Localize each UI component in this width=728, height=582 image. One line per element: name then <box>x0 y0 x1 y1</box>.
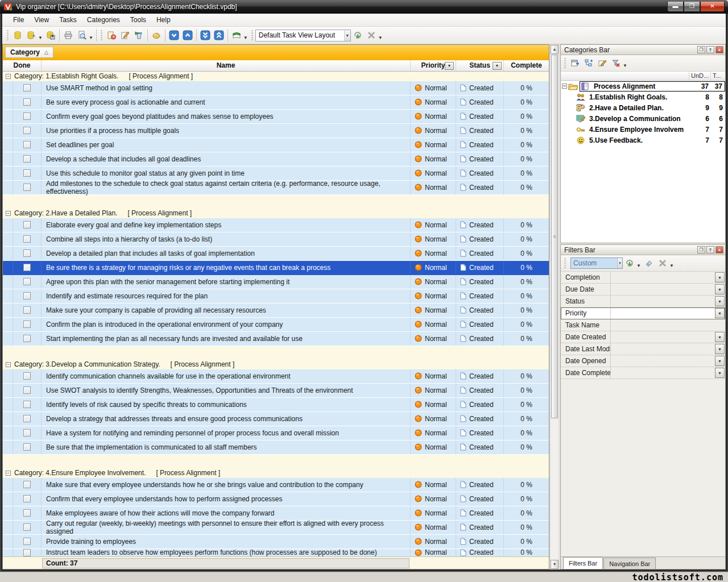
filter-preset-arrow[interactable]: ▼ <box>617 258 622 268</box>
done-checkbox[interactable] <box>23 386 31 394</box>
filter-value[interactable] <box>611 355 714 367</box>
task-name-cell[interactable]: Make sure your company is capable of pro… <box>42 304 411 317</box>
category-tree-item[interactable]: 1.Establish Right Goals. 8 8 <box>561 92 725 102</box>
task-row[interactable]: Start implementing the plan as all neces… <box>3 332 549 346</box>
collapse-icon[interactable]: − <box>6 471 11 476</box>
task-name-cell[interactable]: Set deadlines per goal <box>42 138 411 152</box>
move-bottom-icon[interactable] <box>198 28 212 42</box>
priority-cell[interactable]: Normal <box>411 369 456 383</box>
collapse-icon[interactable]: − <box>6 211 11 216</box>
category-group-header[interactable]: − Category: 3.Develop a Communication St… <box>3 360 549 369</box>
layout-combo[interactable]: Default Task View Layout ▼ <box>255 30 351 41</box>
priority-cell[interactable]: Normal <box>411 478 456 492</box>
task-name-cell[interactable]: Start implementing the plan as all neces… <box>42 332 411 346</box>
task-row[interactable]: Use this schedule to monitor goal status… <box>3 167 549 181</box>
panel-restore-icon[interactable]: ❐ <box>697 246 705 253</box>
done-checkbox[interactable] <box>23 429 31 436</box>
task-row[interactable]: Instruct team leaders to observe how emp… <box>3 549 549 556</box>
filter-dropdown-icon[interactable]: ▼ <box>715 344 725 354</box>
priority-cell[interactable]: Normal <box>411 506 456 520</box>
status-cell[interactable]: Created <box>456 440 504 454</box>
close-button[interactable]: ✕ <box>700 2 725 12</box>
menu-help[interactable]: Help <box>151 14 176 26</box>
menu-categories[interactable]: Categories <box>82 14 125 26</box>
minimize-button[interactable]: ▬ <box>667 2 684 12</box>
done-checkbox[interactable] <box>23 141 31 148</box>
task-row[interactable]: Combine all steps into a hierarchy of ta… <box>3 232 549 247</box>
done-checkbox[interactable] <box>23 235 31 243</box>
category-tree-item[interactable]: − Process Alignment3737 <box>561 81 725 92</box>
filter-dropdown-icon[interactable]: ▼ <box>715 308 725 318</box>
delete-filter-icon[interactable] <box>656 256 669 270</box>
status-cell[interactable]: Created <box>456 81 504 95</box>
status-cell[interactable]: Created <box>456 304 504 317</box>
priority-cell[interactable]: Normal <box>411 232 456 246</box>
status-cell[interactable]: Created <box>456 110 504 123</box>
priority-cell[interactable]: Normal <box>411 440 456 454</box>
filter-value[interactable] <box>611 367 714 379</box>
filter-value[interactable] <box>611 319 725 331</box>
status-cell[interactable]: Created <box>456 521 504 534</box>
status-cell[interactable]: Created <box>456 549 504 556</box>
priority-cell[interactable]: Normal <box>411 398 456 411</box>
status-cell[interactable]: Created <box>456 369 504 383</box>
done-checkbox[interactable] <box>23 127 31 134</box>
menu-tasks[interactable]: Tasks <box>54 14 82 26</box>
task-name-cell[interactable]: Combine all steps into a hierarchy of ta… <box>42 232 411 246</box>
status-cell[interactable]: Created <box>456 506 504 520</box>
priority-cell[interactable]: Normal <box>411 218 456 232</box>
priority-cell[interactable]: Normal <box>411 426 456 440</box>
filter-value[interactable] <box>611 284 714 295</box>
task-row[interactable]: Confirm every goal goes beyond platitude… <box>3 110 549 124</box>
done-checkbox[interactable] <box>23 495 31 502</box>
task-row[interactable]: Have a system for notifying and remindin… <box>3 426 549 440</box>
priority-cell[interactable]: Normal <box>411 318 456 331</box>
task-row[interactable]: Make sure your company is capable of pro… <box>3 304 549 318</box>
task-name-cell[interactable]: Identify levels of risk caused by specif… <box>42 398 411 411</box>
panel-close-icon[interactable]: x <box>715 46 723 53</box>
filter-row-date-opened[interactable]: Date Opened▼ <box>561 355 725 367</box>
filter-value[interactable] <box>611 343 714 355</box>
task-row[interactable]: Elaborate every goal and define key impl… <box>3 218 549 232</box>
done-checkbox[interactable] <box>23 306 31 314</box>
status-cell[interactable]: Created <box>456 218 504 232</box>
status-cell[interactable]: Created <box>456 478 504 492</box>
tree-column-total[interactable]: T... <box>710 72 725 80</box>
print-preview-icon[interactable] <box>75 28 89 42</box>
filter-dropdown-icon[interactable]: ▼ <box>715 272 725 282</box>
print-preview-caret[interactable]: ▼ <box>89 35 93 40</box>
scroll-up-icon[interactable]: ▲ <box>551 45 559 54</box>
priority-cell[interactable]: Normal <box>411 535 456 548</box>
status-cell[interactable]: Created <box>456 332 504 346</box>
task-name-cell[interactable]: Confirm every goal goes beyond platitude… <box>42 110 411 123</box>
delete-category-icon[interactable] <box>609 56 623 70</box>
menu-file[interactable]: File <box>8 14 29 26</box>
done-checkbox[interactable] <box>23 84 31 92</box>
column-name[interactable]: Name <box>42 60 411 71</box>
task-name-cell[interactable]: Use priorities if a process has multiple… <box>42 124 411 138</box>
column-complete[interactable]: Complete <box>504 60 549 71</box>
open-database-icon[interactable] <box>24 28 38 42</box>
priority-filter-button[interactable]: ▼ <box>445 62 454 70</box>
done-checkbox[interactable] <box>23 278 31 285</box>
filter-row-date-last-modified[interactable]: Date Last Modified▼ <box>561 343 725 355</box>
status-filter-button[interactable]: ▼ <box>493 62 502 70</box>
category-tree-item[interactable]: 5.Use Feedback. 7 7 <box>561 135 725 146</box>
done-checkbox[interactable] <box>23 401 31 408</box>
panel-pin-icon[interactable]: Ŧ <box>706 246 714 253</box>
tab-filters-bar[interactable]: Filters Bar <box>563 557 603 569</box>
task-name-cell[interactable]: Use SWOT analysis to identify Strengths,… <box>42 384 411 397</box>
filter-dropdown-icon[interactable]: ▼ <box>715 284 725 294</box>
scrollbar-track[interactable] <box>551 419 559 560</box>
panel-restore-icon[interactable]: ❐ <box>697 46 705 53</box>
done-checkbox[interactable] <box>23 372 31 380</box>
status-cell[interactable]: Created <box>456 384 504 397</box>
task-name-cell[interactable]: Be sure there is a strategy for managing… <box>42 261 411 275</box>
clear-filter-icon[interactable] <box>642 256 656 270</box>
task-row[interactable]: Be sure every process goal is actionable… <box>3 95 549 110</box>
task-name-cell[interactable]: Use SMART method in goal setting <box>42 81 411 95</box>
scrollbar-thumb[interactable]: ≡ <box>551 55 558 418</box>
collapse-icon[interactable]: − <box>6 362 11 367</box>
filter-dropdown-icon[interactable]: ▼ <box>715 368 725 378</box>
task-name-cell[interactable]: Use this schedule to monitor goal status… <box>42 167 411 180</box>
